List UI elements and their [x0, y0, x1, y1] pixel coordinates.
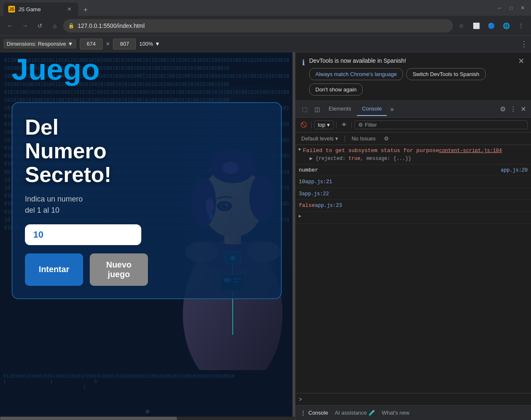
console-input-field[interactable]: [305, 396, 528, 403]
new-game-button[interactable]: Nuevojuego: [90, 253, 148, 286]
issues-gear-icon: ⚙: [384, 135, 389, 142]
console-toolbar: 🚫 top ▾ 👁 ⚙ Filter: [295, 118, 531, 133]
tab-favicon: JS: [8, 6, 15, 12]
eye-button[interactable]: 👁: [339, 120, 349, 130]
zoom-selector[interactable]: 100% ▼: [139, 41, 160, 47]
value-3-link[interactable]: app.js:22: [302, 190, 329, 198]
home-button[interactable]: ⌂: [48, 19, 61, 32]
dont-show-button[interactable]: Don't show again: [309, 84, 363, 96]
prompt-expand-icon[interactable]: ▶: [299, 214, 301, 219]
value-10-text: 10: [299, 178, 305, 186]
extension2-button[interactable]: 🔵: [484, 19, 498, 32]
maximize-button[interactable]: □: [506, 3, 516, 13]
browser-tab-active[interactable]: JS JS Game ✕: [3, 2, 78, 16]
console-clear-button[interactable]: 🚫: [299, 120, 309, 130]
value-3-text: 3: [299, 190, 302, 198]
console-levels-bar: Default levels ▾ | No Issues ⚙: [295, 133, 531, 145]
star-button[interactable]: ☆: [455, 19, 468, 32]
filter-label: Filter: [365, 122, 377, 128]
value-10-row: 10 app.js:21: [299, 178, 528, 186]
profile-button[interactable]: 🌐: [499, 19, 513, 32]
number-label-row: number app.js:20: [299, 166, 528, 174]
context-arrow-icon: ▾: [327, 122, 330, 128]
devtools-close-button[interactable]: ✕: [519, 103, 528, 115]
zoom-label: 100%: [139, 41, 153, 47]
expand-icon[interactable]: ▶: [299, 147, 301, 152]
try-button[interactable]: Intentar: [25, 253, 83, 286]
more-tabs-button[interactable]: »: [388, 104, 396, 115]
levels-separator: |: [344, 135, 346, 142]
refresh-button[interactable]: ↺: [33, 19, 47, 32]
notification-close-button[interactable]: ✕: [518, 56, 524, 66]
console-entry-error: ▶ Failed to get subsystem status for pur…: [295, 145, 531, 165]
devtools-notification: ℹ DevTools is now available in Spanish! …: [295, 52, 531, 101]
extension-button[interactable]: ⬜: [470, 19, 483, 32]
false-text: false: [299, 201, 315, 210]
tab-close-button[interactable]: ✕: [66, 5, 73, 13]
always-match-button[interactable]: Always match Chrome's language: [309, 68, 403, 80]
toolbar-menu-button[interactable]: ⋮: [520, 39, 528, 49]
number-label-content: number app.js:20: [299, 166, 528, 174]
bottom-tab-whats-new[interactable]: What's new: [382, 410, 410, 416]
back-button[interactable]: ←: [3, 19, 17, 32]
bottom-tab-ai[interactable]: AI assistance 🧪: [335, 410, 375, 416]
value-3-row: 3 app.js:22: [299, 190, 528, 198]
devtools-panel: ℹ DevTools is now available in Spanish! …: [295, 52, 531, 420]
forward-button[interactable]: →: [18, 19, 32, 32]
browser-menu-button[interactable]: ⋮: [514, 19, 528, 32]
browser-bottom-bar: ≡: [0, 407, 295, 417]
tab-elements[interactable]: Elements: [324, 103, 356, 116]
error-expand-text: ▶ {rejected: true, message: {...}}: [303, 155, 528, 162]
window-controls: ─ □ ✕: [494, 3, 528, 13]
device-toolbar-button[interactable]: ◫: [311, 103, 323, 115]
viewport-scrollbar[interactable]: [0, 417, 295, 420]
height-input[interactable]: [113, 39, 136, 49]
width-input[interactable]: [80, 39, 103, 49]
url-display: 127.0.0.1:5500/index.html: [78, 22, 145, 29]
false-content: false app.js:23: [299, 201, 528, 210]
filter-input[interactable]: ⚙ Filter: [354, 120, 528, 129]
device-selector[interactable]: Dimensions: Responsive ▼: [3, 39, 76, 49]
viewport-scrollbar-thumb[interactable]: [0, 417, 177, 420]
inspect-element-button[interactable]: ⬚: [299, 103, 310, 115]
lock-icon: 🔒: [68, 23, 74, 29]
devtools-more-button[interactable]: ⋮: [508, 103, 518, 115]
error-link[interactable]: content-script.js:104: [439, 147, 502, 155]
issues-settings-button[interactable]: ⚙: [381, 135, 391, 142]
default-levels-button[interactable]: Default levels ▾: [299, 135, 341, 142]
levels-arrow-icon: ▾: [335, 135, 338, 142]
drag-handle[interactable]: · · ·: [293, 52, 295, 420]
address-bar[interactable]: 🔒 127.0.0.1:5500/index.html: [63, 19, 453, 32]
tab-console[interactable]: Console: [357, 103, 387, 116]
browser-viewport: 0110101101011010110101101000101010001010…: [0, 52, 295, 420]
no-issues-button[interactable]: No Issues: [349, 135, 378, 142]
value-10-link[interactable]: app.js:21: [305, 178, 332, 186]
game-partial-title: Juego: [12, 52, 100, 86]
new-tab-button[interactable]: +: [80, 4, 91, 16]
error-text: Failed to get subsystem status for purpo…: [303, 147, 439, 155]
switch-spanish-button[interactable]: Switch DevTools to Spanish: [406, 68, 485, 80]
device-label: Dimensions: Responsive: [7, 41, 66, 47]
console-input-area: >: [295, 393, 531, 405]
game-card: Del Numero Secreto! Indica un numerodel …: [12, 102, 282, 299]
console-entry-false: false app.js:23: [295, 200, 531, 212]
devtools-settings-button[interactable]: ⚙: [498, 103, 507, 115]
false-link[interactable]: app.js:23: [315, 202, 342, 209]
toolbar-divider3: [352, 121, 352, 129]
bottom-bar-icon: ≡: [145, 408, 149, 415]
close-window-button[interactable]: ✕: [518, 3, 528, 13]
notification-buttons: Always match Chrome's language Switch De…: [309, 68, 514, 96]
zoom-arrow-icon: ▼: [155, 41, 160, 47]
bottom-tab-console[interactable]: ⋮ Console: [300, 410, 328, 416]
context-selector[interactable]: top ▾: [314, 120, 334, 129]
context-label: top: [318, 122, 325, 128]
console-entry-prompt: ▶: [295, 212, 531, 224]
number-label-text: number: [299, 166, 501, 174]
ai-tab-label: AI assistance 🧪: [335, 410, 375, 416]
number-label-link[interactable]: app.js:20: [501, 167, 528, 174]
game-subtitle: Indica un numerodel 1 al 10: [25, 194, 268, 216]
minimize-button[interactable]: ─: [494, 3, 504, 13]
devtools-toolbar: ⬚ ◫ Elements Console » ⚙ ⋮ ✕: [295, 101, 531, 118]
number-input[interactable]: [25, 224, 141, 245]
dimension-separator: ×: [106, 40, 110, 48]
